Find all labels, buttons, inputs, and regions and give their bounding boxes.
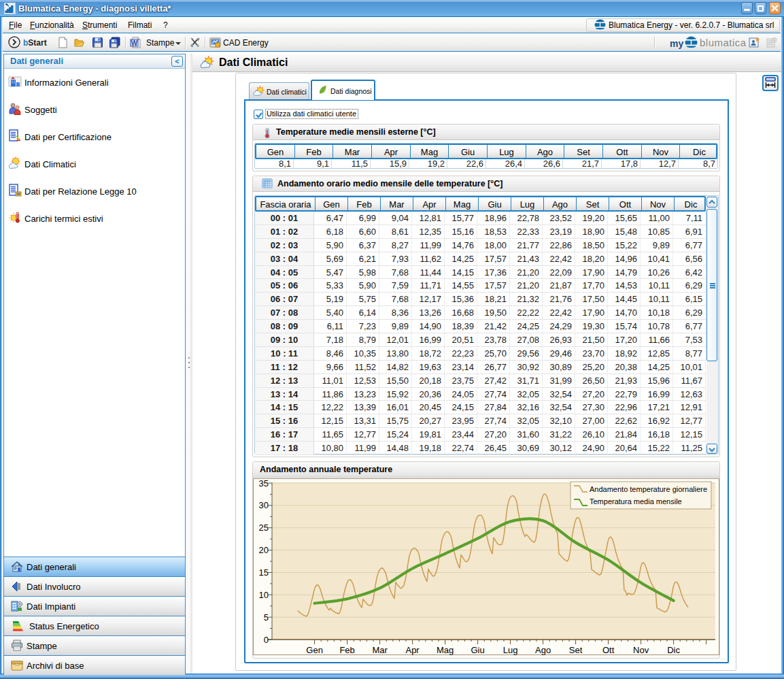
svg-text:Set: Set <box>569 645 583 655</box>
svg-text:Gen: Gen <box>306 645 323 655</box>
svg-text:25: 25 <box>259 523 269 533</box>
svg-text:Nov: Nov <box>633 645 649 655</box>
svg-text:0: 0 <box>264 635 269 645</box>
svg-text:Lug: Lug <box>503 645 518 655</box>
svg-text:30: 30 <box>259 500 269 510</box>
svg-text:Temperatura media mensile: Temperatura media mensile <box>590 497 682 506</box>
svg-text:5: 5 <box>264 612 269 623</box>
svg-text:Giu: Giu <box>471 645 484 655</box>
svg-text:15: 15 <box>259 567 269 578</box>
svg-text:Apr: Apr <box>405 645 420 655</box>
svg-text:20: 20 <box>259 545 269 555</box>
svg-text:Mag: Mag <box>437 645 454 655</box>
svg-text:Feb: Feb <box>339 645 354 655</box>
svg-text:35: 35 <box>259 479 269 488</box>
svg-text:Mar: Mar <box>372 645 388 655</box>
svg-text:10: 10 <box>259 590 269 600</box>
svg-text:Dic: Dic <box>667 645 680 655</box>
svg-text:Ago: Ago <box>535 645 551 655</box>
svg-text:Andamento temperature giornali: Andamento temperature giornaliere <box>590 485 707 493</box>
svg-text:W: W <box>131 39 138 47</box>
svg-text:Ott: Ott <box>602 645 615 655</box>
